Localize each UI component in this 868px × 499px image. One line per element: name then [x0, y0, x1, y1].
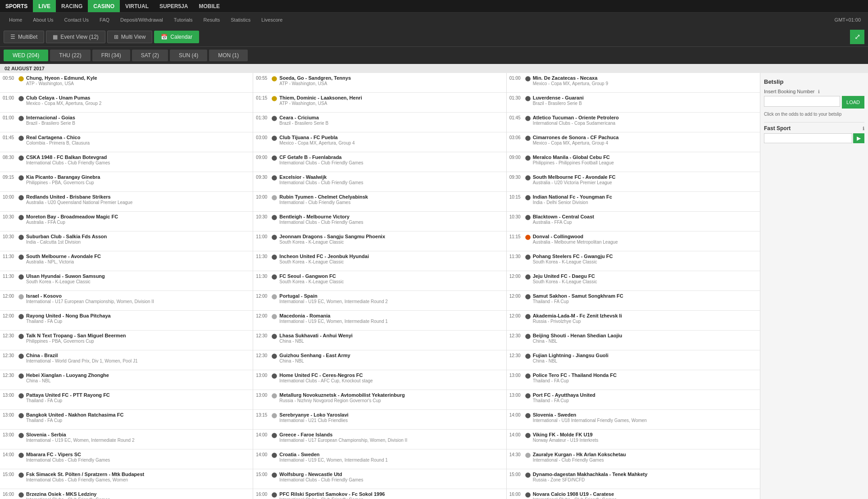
event-row[interactable]: 13:00 Bangkok United - Nakhon Ratchasima…	[0, 410, 253, 430]
event-row[interactable]: 10:30 Bentleigh - Melbourne Victory Inte…	[253, 212, 506, 231]
event-row[interactable]: 13:00 Home United FC - Ceres-Negros FC I…	[253, 370, 506, 390]
sec-nav-about[interactable]: About Us	[27, 17, 59, 23]
event-row[interactable]: 12:00 Israel - Kosovo International - U1…	[0, 291, 253, 311]
event-row[interactable]: 00:50 Chung, Hyeon - Edmund, Kyle ATP - …	[0, 73, 253, 93]
event-row[interactable]: 14:00 Viking FK - Molde FK U19 Norway Am…	[507, 430, 760, 449]
top-nav-racing[interactable]: RACING	[56, 0, 88, 12]
event-row[interactable]: 16:00 PFC Rilski Sportist Samokov - Fc S…	[253, 489, 506, 499]
event-row[interactable]: 01:00 Min. De Zacatecas - Necaxa Mexico …	[507, 73, 760, 93]
sec-nav-contact[interactable]: Contact Us	[59, 17, 94, 23]
event-row[interactable]: 13:00 Metallurg Novokuznetsk - Avtomobil…	[253, 390, 506, 410]
event-row[interactable]: 03:00 Club Tijuana - FC Puebla Mexico - …	[253, 132, 506, 152]
tab-thu[interactable]: THU (22)	[50, 50, 90, 61]
event-row[interactable]: 01:00 Internacional - Goias Brazil - Bra…	[0, 113, 253, 132]
event-row[interactable]: 12:30 Beijing Shouti - Henan Shedian Lao…	[507, 331, 760, 350]
event-row[interactable]: 13:15 Serebryanye - Loko Yaroslavi Inter…	[253, 410, 506, 430]
event-row[interactable]: 00:55 Soeda, Go - Sandgren, Tennys ATP -…	[253, 73, 506, 93]
sec-nav-faq[interactable]: FAQ	[94, 17, 115, 23]
top-nav-mobile[interactable]: MOBILE	[193, 0, 225, 12]
event-row[interactable]: 01:30 Luverdense - Guarani Brazil - Bras…	[507, 93, 760, 113]
event-row[interactable]: 15:00 Fsk Simacek St. Pölten / Spratzern…	[0, 469, 253, 489]
tab-sat[interactable]: SAT (2)	[132, 50, 168, 61]
event-row[interactable]: 13:00 Port FC - Ayutthaya United Thailan…	[507, 390, 760, 410]
event-row[interactable]: 11:00 Jeonnam Dragons - Sangju Sangmu Ph…	[253, 231, 506, 251]
tab-fri[interactable]: FRI (34)	[92, 50, 130, 61]
sec-nav-tutorials[interactable]: Tutorials	[168, 17, 198, 23]
event-row[interactable]: 12:00 Jeju United FC - Daegu FC South Ko…	[507, 271, 760, 291]
event-row[interactable]: 10:00 Redlands United - Brisbane Striker…	[0, 192, 253, 212]
event-row[interactable]: 13:00 Police Tero FC - Thailand Honda FC…	[507, 370, 760, 390]
event-row[interactable]: 14:30 Zauralye Kurgan - Hk Arlan Koksche…	[507, 449, 760, 469]
event-row[interactable]: 09:00 Meralco Manila - Global Cebu FC Ph…	[507, 152, 760, 172]
top-nav-super5ja[interactable]: SUPER5JA	[154, 0, 193, 12]
event-row[interactable]: 15:00 Dynamo-dagestan Makhachkala - Tene…	[507, 469, 760, 489]
event-row[interactable]: 11:30 South Melbourne - Avondale FC Aust…	[0, 251, 253, 271]
top-nav-live[interactable]: LIVE	[33, 0, 56, 12]
event-row[interactable]: 11:30 FC Seoul - Gangwon FC South Korea …	[253, 271, 506, 291]
event-row[interactable]: 10:00 Rubin Tyumen - Chelmet Chelyabinsk…	[253, 192, 506, 212]
event-row[interactable]: 14:00 Mbarara FC - Vipers SC Internation…	[0, 449, 253, 469]
event-row[interactable]: 11:30 Incheon United FC - Jeonbuk Hyunda…	[253, 251, 506, 271]
event-row[interactable]: 12:00 Akademia-Lada-M - Fc Zenit Izhevsk…	[507, 311, 760, 331]
top-nav-sports[interactable]: SPORTS	[0, 0, 33, 12]
event-info: Talk N Text Tropang - San Miguel Beermen…	[26, 332, 250, 344]
event-row[interactable]: 08:30 CSKA 1948 - FC Balkan Botevgrad In…	[0, 152, 253, 172]
sec-nav-deposit[interactable]: Deposit/Withdrawal	[115, 17, 168, 23]
event-row[interactable]: 11:30 Ulsan Hyundai - Suwon Samsung Sout…	[0, 271, 253, 291]
event-row[interactable]: 16:00 Novara Calcio 1908 U19 - Caratese …	[507, 489, 760, 499]
event-row[interactable]: 12:00 Rayong United - Nong Bua Pitchaya …	[0, 311, 253, 331]
tab-wed[interactable]: WED (204)	[4, 50, 48, 61]
event-row[interactable]: 11:30 Pohang Steelers FC - Gwangju FC So…	[507, 251, 760, 271]
event-row[interactable]: 01:45 Real Cartagena - Chico Colombia - …	[0, 132, 253, 152]
event-row[interactable]: 09:00 CF Getafe B - Fuenlabrada Internat…	[253, 152, 506, 172]
event-row[interactable]: 16:00 Brzezina Osiek - MKS Ledziny Inter…	[0, 489, 253, 499]
event-row[interactable]: 12:30 Fujian Lightning - Jiangsu Guoli C…	[507, 350, 760, 370]
sec-nav-stats[interactable]: Statistics	[225, 17, 256, 23]
multi-view-button[interactable]: ⊞ Multi View	[107, 31, 152, 43]
event-row[interactable]: 14:00 Slovenia - Sweden International - …	[507, 410, 760, 430]
event-row[interactable]: 14:00 Croatia - Sweden International - U…	[253, 449, 506, 469]
calendar-button[interactable]: 📅 Calendar	[154, 31, 199, 43]
event-row[interactable]: 01:45 Atletico Tucuman - Oriente Petrole…	[507, 113, 760, 132]
tab-sun[interactable]: SUN (4)	[170, 50, 207, 61]
fastsport-input[interactable]	[764, 133, 852, 143]
sec-nav-home[interactable]: Home	[4, 17, 27, 23]
event-row[interactable]: 15:00 Wolfsburg - Newcastle Utd Internat…	[253, 469, 506, 489]
sec-nav-results[interactable]: Results	[198, 17, 226, 23]
event-row[interactable]: 11:15 Donval - Collingwood Australia - M…	[507, 231, 760, 251]
top-nav-casino[interactable]: CASINO	[88, 0, 120, 12]
event-row[interactable]: 01:30 Ceara - Criciuma Brazil - Brasiler…	[253, 113, 506, 132]
event-row[interactable]: 10:30 Suburban Club - Salkia Fds Asson I…	[0, 231, 253, 251]
fastsport-info-icon[interactable]: ℹ	[863, 126, 864, 131]
event-row[interactable]: 10:15 Indian National Fc - Youngman Fc I…	[507, 192, 760, 212]
event-row[interactable]: 01:00 Club Celaya - Unam Pumas Mexico - …	[0, 93, 253, 113]
event-row[interactable]: 10:30 Blacktown - Central Coast Australi…	[507, 212, 760, 231]
event-row[interactable]: 12:00 Portugal - Spain International - U…	[253, 291, 506, 311]
event-row[interactable]: 12:00 Macedonia - Romania International …	[253, 311, 506, 331]
event-row[interactable]: 12:30 Lhasa Sukhavati - Anhui Wenyi Chin…	[253, 331, 506, 350]
event-row[interactable]: 12:30 China - Brazil International - Wor…	[0, 350, 253, 370]
event-row[interactable]: 09:15 Kia Picanto - Barangay Ginebra Phi…	[0, 172, 253, 192]
load-button[interactable]: LOAD	[842, 96, 864, 109]
event-row[interactable]: 10:30 Moreton Bay - Broadmeadow Magic FC…	[0, 212, 253, 231]
event-row[interactable]: 12:30 Guizhou Senhang - East Army China …	[253, 350, 506, 370]
event-row[interactable]: 01:15 Thiem, Dominic - Laaksonen, Henri …	[253, 93, 506, 113]
event-row[interactable]: 12:00 Samut Sakhon - Samut Songkhram FC …	[507, 291, 760, 311]
event-row[interactable]: 14:00 Greece - Faroe Islands Internation…	[253, 430, 506, 449]
event-row[interactable]: 12:30 Talk N Text Tropang - San Miguel B…	[0, 331, 253, 350]
event-row[interactable]: 09:30 South Melbourne FC - Avondale FC A…	[507, 172, 760, 192]
event-row[interactable]: 13:00 Pattaya United FC - PTT Rayong FC …	[0, 390, 253, 410]
fastsport-go-button[interactable]: ▶	[853, 133, 864, 143]
multibet-button[interactable]: ☰ MultiBet	[4, 31, 44, 43]
expand-button[interactable]: ⤢	[850, 30, 864, 44]
event-row[interactable]: 12:30 Hebei Xianglan - Luoyang Zhonghe C…	[0, 370, 253, 390]
tab-mon[interactable]: MON (1)	[209, 50, 248, 61]
event-row[interactable]: 13:00 Slovenia - Serbia International - …	[0, 430, 253, 449]
event-view-button[interactable]: ▦ Event View (12)	[46, 31, 105, 43]
event-row[interactable]: 03:06 Cimarrones de Sonora - CF Pachuca …	[507, 132, 760, 152]
info-icon[interactable]: ℹ	[818, 89, 820, 94]
booking-input[interactable]	[764, 96, 840, 107]
event-row[interactable]: 09:30 Excelsior - Waalwijk International…	[253, 172, 506, 192]
sec-nav-livescore[interactable]: Livescore	[256, 17, 288, 23]
top-nav-virtual[interactable]: VIRTUAL	[120, 0, 154, 12]
